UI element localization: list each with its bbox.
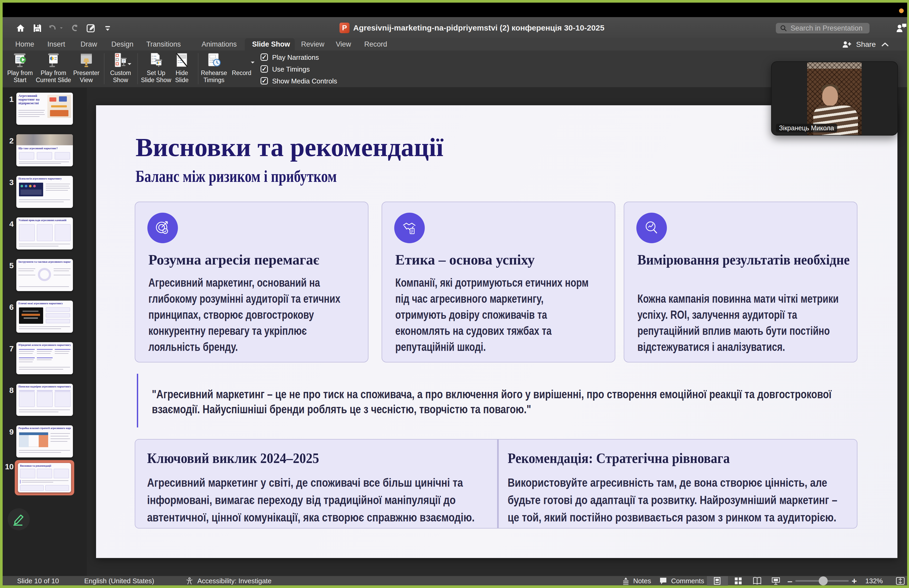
bottom-summary-card: Ключовий виклик 2024–2025 Агресивний мар…	[135, 439, 857, 528]
search-placeholder: Search in Presentation	[791, 23, 862, 34]
notes-button[interactable]: Notes	[633, 576, 651, 586]
slide-thumbnail-9[interactable]: Розробка власної стратегії агресивного м…	[16, 425, 73, 457]
zoom-slider-handle[interactable]	[819, 577, 828, 585]
slide-number-10: 10	[2, 462, 14, 471]
record-button[interactable]: Record	[221, 53, 263, 77]
thumb-title: Етичні межі агресивного маркетингу	[18, 302, 71, 305]
slide-sorter-view-icon[interactable]	[734, 577, 742, 585]
comments-icon	[659, 577, 667, 585]
thumb-title: Що таке агресивний маркетинг?	[18, 147, 71, 150]
show-media-controls-checkbox[interactable]: ✓ Show Media Controls	[260, 77, 371, 85]
play-narrations-checkbox[interactable]: ✓ Play Narrations	[260, 53, 371, 61]
slide-number-9: 9	[2, 427, 14, 436]
normal-view-icon[interactable]	[713, 577, 721, 585]
slide-thumbnail-5[interactable]: Інструменти та тактики агресивного марке…	[16, 259, 73, 291]
tab-animations[interactable]: Animations	[202, 38, 237, 50]
use-timings-checkbox[interactable]: ✓ Use Timings	[260, 65, 371, 73]
custom-show-icon	[113, 53, 128, 68]
slide-number-6: 6	[2, 303, 14, 312]
rehearse-timings-icon	[206, 53, 221, 68]
redo-icon[interactable]	[70, 23, 79, 33]
card-body: Агресивний маркетинг, оснований на глибо…	[149, 275, 380, 355]
slide-thumbnail-2[interactable]: Що таке агресивний маркетинг?	[16, 134, 73, 166]
bottom-card-body: Використовуйте агресивність там, де вона…	[508, 474, 865, 526]
slide-number-2: 2	[2, 136, 14, 145]
compose-icon[interactable]	[86, 23, 96, 33]
zoom-out-button[interactable]: –	[788, 576, 793, 586]
fit-slide-to-window-icon[interactable]	[896, 577, 905, 585]
slide-title: Висновки та рекомендації	[136, 134, 444, 160]
reading-view-icon[interactable]	[753, 577, 762, 585]
checkbox-check-icon: ✓	[260, 53, 268, 61]
presence-people-icon[interactable]	[895, 22, 907, 34]
slide-thumbnail-6[interactable]: Етичні межі агресивного маркетингу	[16, 300, 73, 333]
slide-number-8: 8	[2, 386, 14, 395]
webcam-person-head	[822, 86, 838, 106]
thumb-title: Агресивний маркетинг на підприємстві	[18, 94, 47, 105]
slide-show-view-icon[interactable]	[772, 577, 780, 585]
card-title: Етика – основа успіху	[395, 253, 535, 267]
checkbox-check-icon: ✓	[260, 77, 268, 84]
slide-thumbnail-3[interactable]: Психологія агресивного маркетингу	[16, 176, 73, 208]
save-icon[interactable]	[32, 23, 42, 33]
tab-draw[interactable]: Draw	[81, 38, 97, 50]
thumb-title: Психологія агресивного маркетингу	[18, 177, 71, 180]
document-title: Agresivnij-marketing-na-pidpriyemstvi (2…	[353, 23, 604, 32]
pencil-icon	[11, 512, 26, 527]
tab-home[interactable]: Home	[15, 38, 34, 50]
search-input[interactable]: Search in Presentation	[776, 23, 870, 34]
undo-dropdown-arrow[interactable]	[60, 27, 63, 30]
search-icon	[780, 25, 787, 32]
accessibility-status[interactable]: Accessibility: Investigate	[197, 576, 271, 586]
slide-thumbnail-8[interactable]: Помилки надмірно агресивного маркетингу	[16, 384, 73, 416]
card-title: Вимірювання результатів необхідне	[638, 253, 850, 267]
target-arrow-icon	[147, 213, 178, 243]
play-from-current-icon	[46, 53, 61, 68]
comments-button[interactable]: Comments	[671, 576, 704, 586]
custom-show-dropdown-arrow[interactable]	[128, 63, 131, 67]
thumb-title: Помилки надмірно агресивного маркетингу	[18, 385, 71, 388]
slide-number-3: 3	[2, 178, 14, 187]
magnifier-chart-icon	[636, 213, 667, 243]
quote-accent-bar	[137, 374, 138, 427]
share-button[interactable]: Share	[856, 38, 876, 50]
tab-design[interactable]: Design	[111, 38, 133, 50]
record-dropdown-arrow[interactable]	[251, 61, 255, 65]
customize-quick-access-icon[interactable]	[104, 25, 111, 32]
slide-thumbnail-1[interactable]: Агресивний маркетинг на підприємстві	[16, 93, 73, 125]
zoom-in-button[interactable]: +	[852, 576, 857, 586]
thumb-title: Успішні приклади агресивних кампаній	[18, 219, 71, 221]
play-narrations-label: Play Narrations	[272, 53, 319, 61]
thumb-title: Інструменти та тактики агресивного марке…	[18, 260, 71, 263]
slide-thumbnail-7[interactable]: Юридичні аспекти агресивного маркетингу	[16, 342, 73, 374]
status-bar: Slide 10 of 10 English (United States) A…	[3, 576, 907, 585]
home-icon[interactable]	[16, 23, 25, 33]
checkbox-check-icon: ✓	[260, 65, 268, 73]
tab-review[interactable]: Review	[301, 38, 325, 50]
slide-number-1: 1	[2, 95, 14, 104]
share-collapse-chevron-icon[interactable]	[881, 42, 889, 47]
card-body: Компанії, які дотримуються етичних норм …	[395, 275, 627, 355]
tab-transitions[interactable]: Transitions	[146, 38, 181, 50]
thumb-table	[19, 432, 48, 447]
bottom-card-title: Ключовий виклик 2024–2025	[147, 451, 319, 465]
webcam-overlay[interactable]: Зікранець Микола	[771, 61, 898, 136]
slide-thumbnail-10[interactable]: Висновки та рекомендації	[18, 463, 71, 493]
tab-record[interactable]: Record	[364, 38, 387, 50]
hide-slide-icon	[174, 53, 189, 68]
tab-insert[interactable]: Insert	[47, 38, 65, 50]
record-label: Record	[221, 69, 263, 77]
play-from-start-icon	[12, 53, 27, 68]
slide-thumbnail-4[interactable]: Успішні приклади агресивних кампаній	[16, 217, 73, 250]
powerpoint-file-icon: P	[339, 23, 349, 33]
thumb-image	[19, 183, 43, 196]
tab-slide-show[interactable]: Slide Show	[252, 38, 290, 50]
language-indicator[interactable]: English (United States)	[84, 576, 154, 586]
use-timings-label: Use Timings	[272, 65, 310, 73]
card-ethics: Етика – основа успіху Компанії, які дотр…	[382, 202, 615, 362]
titlebar: P Agresivnij-marketing-na-pidpriyemstvi …	[3, 17, 907, 38]
draw-pencil-button[interactable]	[8, 508, 30, 530]
tab-view[interactable]: View	[336, 38, 351, 50]
zoom-level[interactable]: 132%	[865, 576, 883, 586]
undo-icon[interactable]	[48, 23, 57, 33]
